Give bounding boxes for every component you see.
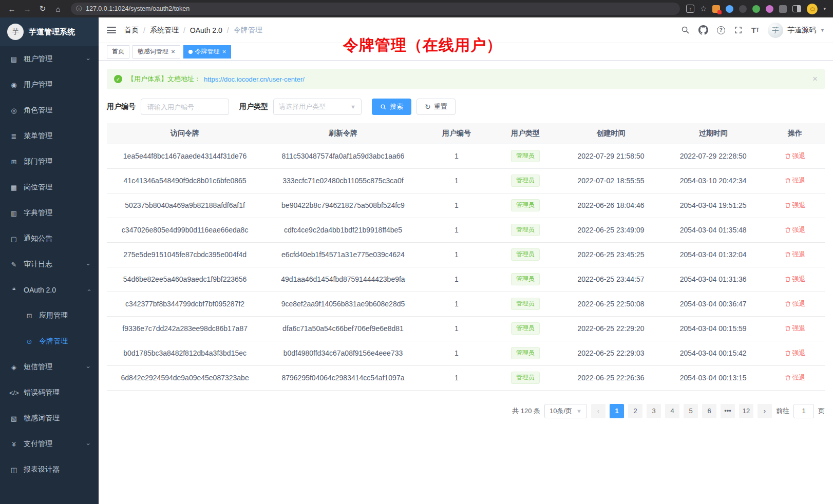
breadcrumb-item[interactable]: OAuth 2.0	[190, 26, 222, 34]
sidebar-item-report[interactable]: ◫报表设计器	[0, 457, 99, 482]
sidebar-item-oauth2-app[interactable]: ⊡应用管理	[0, 303, 99, 328]
collapse-menu-icon[interactable]	[107, 27, 116, 33]
reload-icon[interactable]: ↻	[36, 2, 49, 15]
user-type-badge: 管理员	[511, 298, 540, 310]
page-button[interactable]: 4	[665, 404, 679, 418]
tab-close-icon[interactable]: ×	[171, 48, 175, 55]
sidebar-item-sensitive-word[interactable]: ▧敏感词管理	[0, 405, 99, 431]
page-button[interactable]: 6	[702, 404, 716, 418]
goto-suffix: 页	[818, 406, 825, 416]
app-logo[interactable]: 芋 芋道管理系统	[0, 17, 99, 46]
breadcrumb-item[interactable]: 首页	[124, 26, 139, 35]
home-icon[interactable]: ⌂	[51, 2, 65, 15]
oauth-icon: ❝	[9, 286, 18, 294]
user-menu[interactable]: 芋 芋道源码 ▼	[768, 23, 825, 38]
alert-close-icon[interactable]: ×	[812, 74, 818, 84]
font-size-icon[interactable]: TT	[751, 26, 759, 34]
help-icon[interactable]: ?	[717, 26, 725, 34]
total-count: 共 120 条	[512, 406, 540, 416]
tab-token[interactable]: 令牌管理×	[183, 45, 232, 59]
force-logout-button[interactable]: 强退	[785, 373, 806, 382]
page-button[interactable]: 5	[684, 404, 698, 418]
refresh-token-cell: b0df4980ffd34c67a08f9156e4eee733	[263, 341, 423, 365]
sidebar-item-menu[interactable]: ≣菜单管理	[0, 123, 99, 149]
doc-link[interactable]: https://doc.iocoder.cn/user-center/	[204, 75, 305, 83]
search-button[interactable]: 搜索	[372, 99, 411, 115]
force-logout-label: 强退	[792, 201, 806, 210]
sidebar-item-oauth2[interactable]: ❝OAuth 2.0›	[0, 277, 99, 303]
page-button[interactable]: 12	[739, 404, 753, 418]
expire-time-cell: 2054-03-04 00:36:47	[661, 292, 765, 316]
access-token-cell: f9336e7c7dd242a283ee98dc86b17a87	[107, 316, 263, 341]
page-button[interactable]: 1	[610, 404, 624, 418]
force-logout-button[interactable]: 强退	[785, 299, 806, 308]
tab-home[interactable]: 首页	[107, 45, 129, 59]
force-logout-button[interactable]: 强退	[785, 324, 806, 333]
force-logout-button[interactable]: 强退	[785, 225, 806, 235]
page-size-select[interactable]: 10条/页 ▼	[544, 404, 587, 418]
user-type-cell: 管理员	[490, 316, 561, 341]
sidebar-item-dept[interactable]: ⊞部门管理	[0, 149, 99, 175]
force-logout-button[interactable]: 强退	[785, 250, 806, 259]
user-type-select[interactable]: 请选择用户类型 ▼	[273, 99, 362, 115]
back-icon[interactable]: ←	[5, 2, 18, 15]
page-button[interactable]: 3	[647, 404, 661, 418]
user-id-filter: 用户编号	[107, 99, 229, 115]
sidebar-item-tenant[interactable]: ▤租户管理›	[0, 46, 99, 72]
column-header: 创建时间	[561, 123, 661, 144]
tab-close-icon[interactable]: ×	[222, 48, 226, 55]
sidebar-item-post[interactable]: ▦岗位管理	[0, 175, 99, 200]
extension-icon[interactable]	[752, 5, 760, 13]
chevron-down-icon[interactable]: ▾	[823, 6, 826, 11]
address-bar[interactable]: ⓘ 127.0.0.1:1024/system/oauth2/token	[71, 3, 680, 15]
sidebar-item-error-code[interactable]: </>错误码管理	[0, 380, 99, 405]
sidebar-item-dict[interactable]: ▥字典管理	[0, 200, 99, 226]
action-cell: 强退	[765, 168, 825, 193]
browser-profile-avatar[interactable]: ☺	[807, 4, 818, 14]
extension-icon[interactable]	[739, 5, 747, 13]
force-logout-button[interactable]: 强退	[785, 201, 806, 210]
search-icon[interactable]	[681, 26, 690, 34]
forward-icon[interactable]: →	[21, 2, 34, 15]
force-logout-button[interactable]: 强退	[785, 275, 806, 284]
page-more-button[interactable]: •••	[721, 404, 735, 418]
sidebar-item-pay[interactable]: ¥支付管理›	[0, 431, 99, 457]
trash-icon	[785, 350, 791, 356]
tab-sensitive-word[interactable]: 敏感词管理×	[132, 45, 180, 59]
share-icon[interactable]: ↑	[686, 5, 694, 13]
extension-icon[interactable]	[712, 5, 720, 13]
sidebar-item-user[interactable]: ◉用户管理	[0, 72, 99, 98]
force-logout-button[interactable]: 强退	[785, 348, 806, 358]
force-logout-button[interactable]: 强退	[785, 151, 806, 161]
page-button[interactable]: 2	[628, 404, 642, 418]
table-row: c342377bf8b344799dcbf7bf095287f2 9ce8ef2…	[107, 292, 825, 316]
sidebar-item-audit-log[interactable]: ✎审计日志›	[0, 251, 99, 277]
extension-icon[interactable]	[766, 5, 773, 13]
sidebar-item-sms[interactable]: ◈短信管理›	[0, 354, 99, 380]
trash-icon	[785, 178, 791, 184]
table-body: 1ea5e44f8bc1467aaede43144f31de76 811c530…	[107, 144, 825, 390]
site-info-icon[interactable]: ⓘ	[76, 5, 82, 13]
prev-page-button[interactable]: ‹	[591, 404, 605, 418]
github-icon[interactable]	[698, 25, 708, 35]
fullscreen-icon[interactable]	[734, 26, 743, 34]
access-token-cell: c347026e805e4d99b0d116eae66eda8c	[107, 218, 263, 242]
chevron-down-icon: ›	[84, 263, 92, 265]
table-row: c347026e805e4d99b0d116eae66eda8c cdfc4ce…	[107, 218, 825, 242]
created-time-cell: 2022-06-25 22:29:20	[561, 316, 661, 341]
goto-page-input[interactable]	[793, 404, 814, 418]
breadcrumb-item[interactable]: 系统管理	[150, 26, 179, 35]
force-logout-label: 强退	[792, 348, 806, 358]
reset-button[interactable]: ↻ 重置	[416, 99, 456, 115]
sidebar-item-oauth2-token[interactable]: ⊙令牌管理	[0, 328, 99, 354]
sidebar-item-notice[interactable]: ▢通知公告	[0, 226, 99, 251]
force-logout-button[interactable]: 强退	[785, 176, 806, 185]
split-view-icon[interactable]	[792, 5, 801, 12]
table-header-row: 访问令牌刷新令牌用户编号用户类型创建时间过期时间操作	[107, 123, 825, 144]
bookmark-star-icon[interactable]: ☆	[700, 4, 707, 13]
user-id-input[interactable]	[141, 99, 229, 115]
extension-icon[interactable]	[779, 5, 787, 13]
sidebar-item-role[interactable]: ◎角色管理	[0, 98, 99, 123]
next-page-button[interactable]: ›	[758, 404, 772, 418]
extension-icon[interactable]	[726, 5, 733, 13]
